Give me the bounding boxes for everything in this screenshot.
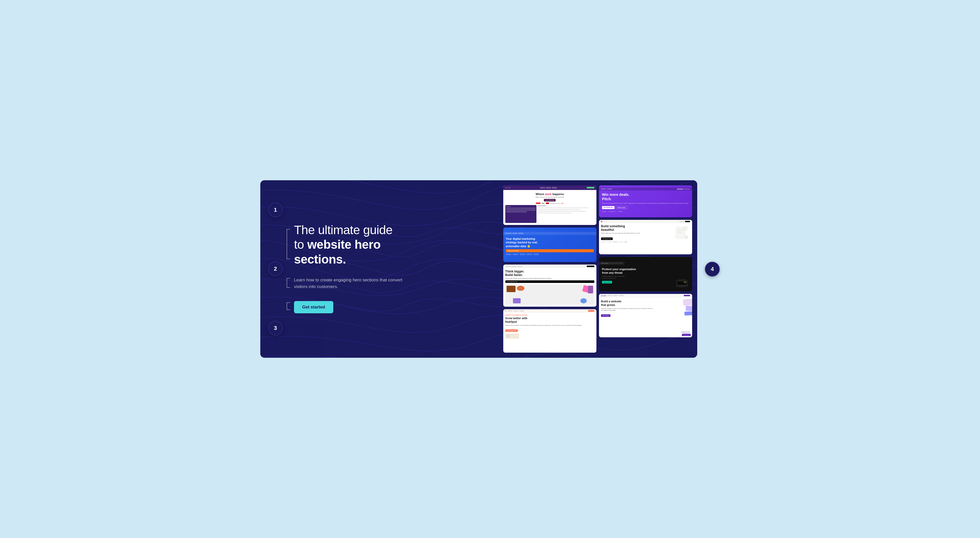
outer-wrapper: .tline{fill:none;stroke:#3030a0;stroke-w… [260,180,720,358]
security-screenshot: Cisco Secure Protect your organizationfr… [599,257,692,291]
svg-rect-9 [677,281,687,285]
step-numbers-left: 1 2 3 [268,180,283,358]
svg-point-5 [685,236,688,239]
step-4-badge: 4 [705,262,720,276]
left-panel: The ultimate guide to website hero secti… [260,180,501,358]
step3-group: Get started [286,300,488,313]
security-nav: Cisco Secure [599,262,625,265]
hubspot-cta: Get started free [505,329,518,332]
step-3-badge: 3 [268,321,283,335]
step-1-badge: 1 [268,203,283,217]
figma-sub: Figma helps design and development teams… [505,278,594,279]
pitch-sub: Pitch turns presentations into your team… [602,203,689,204]
figma-canvas [505,284,594,305]
bracket2-icon [286,278,291,289]
svg-point-11 [685,282,686,283]
prismic-headline: Build a websitethat grows [601,300,690,307]
notion-sub: Notion helps you and your team get more … [601,232,650,235]
hubspot-headline: Grow better withHubSpot [505,316,594,324]
step1-group: The ultimate guide to website hero secti… [286,223,488,267]
main-heading: The ultimate guide to website hero secti… [294,223,393,267]
hero-subtext: Learn how to create engaging hero sectio… [294,277,417,290]
svg-rect-10 [678,279,686,281]
screenshots-col-2: Win more deals.Pitch. Pitch turns presen… [599,185,692,353]
prismic-illustration [683,299,692,315]
pitch-headline: Win more deals.Pitch. [602,193,689,201]
step2-group: Learn how to create engaging hero sectio… [286,277,488,290]
hubspot-screenshot: H HUBSPOT CUSTOMERS PLATFORM Grow better… [503,309,597,353]
screenshots-col-1: Where work happens Slack is free to try … [503,185,597,353]
svg-point-4 [683,226,687,230]
hubspot-sub: Software that's powerful, not overpoweri… [505,324,594,326]
slack-nav [503,185,597,190]
bracket3-icon [286,302,291,311]
svg-point-12 [684,282,685,283]
bracket1-icon [286,229,291,260]
figma-screenshot: Think bigger.Build faster. Figma helps d… [503,265,597,307]
pitch-screenshot: Win more deals.Pitch. Pitch turns presen… [599,185,692,217]
screenshots-grid: Where work happens Slack is free to try … [503,185,692,353]
ahrefs-headline: Your digital marketingstrategy backed by… [506,237,594,248]
notion-cta: Get Notion free [601,238,613,240]
prismic-chat: Ready to launch! Looking great! [681,331,691,336]
hubspot-nav: H [503,309,597,313]
slack-sub: Slack is free to try for as long as you'… [505,196,594,198]
slack-screenshot: Where work happens Slack is free to try … [503,185,597,225]
right-screenshots-panel: Where work happens Slack is free to try … [501,180,697,358]
notion-illustration [675,224,689,241]
hubspot-label: HUBSPOT CUSTOMERS PLATFORM [505,314,594,316]
notion-nav: N [599,220,692,223]
prismic-nav: prismic [599,294,692,297]
notion-screenshot: N Build somethingbeautiful. Notion [599,220,692,254]
main-card: .tline{fill:none;stroke:#3030a0;stroke-w… [260,180,697,358]
ahrefs-screenshot: Your digital marketingstrategy backed by… [503,228,597,262]
ahrefs-cta: Sign up for Ahrefs [506,249,594,252]
step-2-badge: 2 [268,262,283,276]
get-started-button[interactable]: Get started [294,301,333,313]
security-headline: Protect your organizationfrom any threat [602,267,636,275]
figma-headline: Think bigger.Build faster. [505,270,594,277]
slack-headline: Where work happens [505,193,594,196]
figma-nav [503,265,597,268]
prismic-sub: Empower marketers & devs to launch pages… [601,308,655,311]
prismic-cta: Get started [601,314,611,317]
figma-cta: Get started for free [505,280,594,283]
security-device-icon [674,276,690,289]
security-cta: Learn more [602,281,612,283]
main-heading-group: The ultimate guide to website hero secti… [294,223,393,267]
security-sub: Hardware appliance series, color-coded,s… [602,276,625,279]
prismic-screenshot: prismic Build a websitethat grows Empowe… [599,294,692,337]
